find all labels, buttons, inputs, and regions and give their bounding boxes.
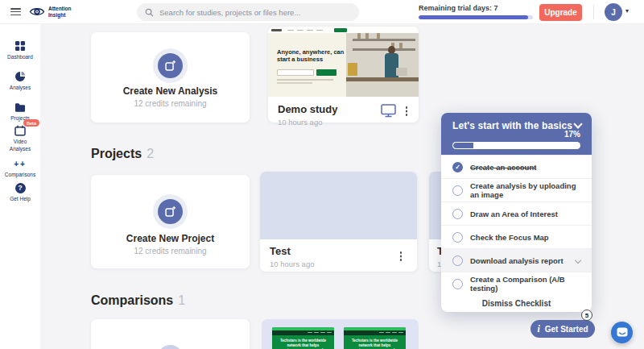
project-thumbnail-placeholder[interactable]: [260, 172, 417, 239]
global-search[interactable]: [137, 3, 359, 21]
desktop-device-icon[interactable]: [381, 104, 396, 118]
comparison-variant-b-thumb: Techstars is the worldwide network that …: [344, 327, 406, 349]
search-input[interactable]: [159, 8, 351, 17]
info-icon: i: [537, 323, 539, 335]
card-menu-button[interactable]: [401, 105, 412, 118]
sidebar-item-dashboard[interactable]: Dashboard: [0, 40, 40, 61]
logo-line2: Insight: [48, 12, 72, 19]
app-logo[interactable]: Attention Insight: [29, 6, 72, 19]
top-header: Attention Insight Remaining trial days: …: [0, 0, 644, 24]
sidebar-item-get-help[interactable]: ? Get Help: [0, 182, 40, 203]
create-analysis-title: Create New Analysis: [91, 85, 250, 97]
credits-remaining: 12 credits remaining: [91, 247, 250, 256]
demo-thumb-photo: [346, 32, 419, 97]
demo-study-card[interactable]: Anyone, anywhere, can start a business D…: [268, 27, 419, 123]
checklist-item-create-comparison[interactable]: Create a Comparison (A/B testing): [441, 272, 592, 295]
help-question-icon: ?: [15, 182, 26, 193]
checklist-item-focus-map[interactable]: Check the Focus Map: [441, 225, 592, 248]
checklist-header: Let's start with the basics 17%: [441, 113, 592, 155]
add-project-icon: [164, 206, 176, 218]
checklist-item-upload-image[interactable]: Create analysis by uploading an image: [441, 178, 592, 202]
trial-progress-track: [419, 15, 533, 19]
sidebar-item-analyses[interactable]: Analyses: [0, 71, 40, 92]
hamburger-menu-icon[interactable]: [10, 8, 21, 15]
dismiss-checklist-button[interactable]: Dismiss Checklist: [441, 295, 592, 311]
comparisons-heading: Comparisons1: [91, 293, 185, 308]
comparison-card[interactable]: Techstars is the worldwide network that …: [262, 319, 419, 349]
attention-insight-eye-icon: [29, 6, 45, 18]
checklist-progress-track: [452, 142, 580, 149]
demo-thumb-email-input: [277, 69, 314, 76]
checklist-item-download-report[interactable]: Download analysis report: [441, 248, 592, 272]
project-timestamp: 10 hours ago: [270, 260, 314, 268]
dashboard-icon: [14, 40, 26, 52]
expand-chevron-icon[interactable]: [575, 257, 581, 264]
left-sidebar: Dashboard Analyses Projects Beta Video A…: [0, 24, 40, 349]
comparison-variant-a-thumb: Techstars is the worldwide network that …: [272, 327, 334, 349]
add-screenshot-icon: [164, 60, 176, 72]
comparisons-icon: ++: [14, 158, 27, 169]
study-timestamp: 10 hours ago: [278, 118, 337, 127]
projects-count: 2: [147, 147, 154, 160]
logo-line1: Attention: [48, 6, 72, 12]
chat-messenger-button[interactable]: [611, 322, 633, 343]
create-project-button[interactable]: [158, 199, 183, 224]
demo-thumb-headline: Anyone, anywhere, can start a business: [277, 48, 351, 64]
checkbox-empty-icon[interactable]: [452, 232, 463, 243]
checklist-title: Let's start with the basics: [452, 120, 580, 131]
search-icon: [145, 8, 154, 17]
create-project-card[interactable]: Create New Project 12 credits remaining: [91, 175, 250, 268]
projects-heading: Projects2: [91, 147, 154, 161]
user-avatar[interactable]: J: [605, 3, 622, 21]
create-analysis-card[interactable]: Create New Analysis 12 credits remaining: [91, 32, 250, 123]
card-menu-button[interactable]: [395, 250, 407, 263]
demo-study-thumbnail[interactable]: Anyone, anywhere, can start a business: [268, 27, 419, 97]
sidebar-item-comparisons[interactable]: ++ Comparisons: [0, 158, 40, 179]
checklist-progress-label: 17%: [564, 130, 580, 139]
checkbox-empty-icon[interactable]: [452, 256, 463, 266]
comparisons-count: 1: [178, 293, 185, 307]
trial-status: Remaining trial days: 7: [419, 4, 533, 19]
notification-count-badge: 5: [581, 310, 592, 321]
checkbox-checked-icon[interactable]: ✓: [452, 162, 463, 172]
beta-badge: Beta: [23, 119, 39, 127]
upgrade-button[interactable]: Upgrade: [539, 4, 582, 21]
account-caret-down-icon[interactable]: ▾: [625, 7, 629, 15]
checklist-item-area-of-interest[interactable]: Draw an Area of Interest: [441, 202, 592, 225]
checklist-progress-fill: [452, 142, 474, 149]
sidebar-item-video-analyses[interactable]: Beta Video Analyses: [0, 125, 40, 153]
analyses-pie-icon: [14, 71, 26, 82]
trial-progress-fill: [419, 15, 528, 19]
study-title: Demo study: [278, 103, 337, 115]
demo-thumb-navbar: [268, 27, 419, 33]
get-started-button[interactable]: i Get Started: [530, 320, 595, 338]
video-analyses-icon: [14, 125, 26, 136]
checkbox-empty-icon[interactable]: [452, 185, 463, 196]
checkbox-empty-icon[interactable]: [452, 209, 463, 219]
demo-thumb-button: [316, 69, 336, 76]
checkbox-empty-icon[interactable]: [452, 279, 463, 289]
messenger-icon: [617, 327, 628, 338]
demo-thumb-cta: [334, 28, 347, 32]
create-comparison-card[interactable]: [91, 319, 250, 349]
create-comparison-button[interactable]: [158, 345, 183, 349]
project-card-test[interactable]: Test 10 hours ago: [260, 172, 417, 272]
projects-folder-icon: [14, 102, 26, 113]
header-divider: [593, 5, 594, 19]
checklist-item-create-account[interactable]: ✓ Create an account: [441, 155, 592, 178]
project-title: Test: [270, 245, 314, 257]
create-analysis-button[interactable]: [158, 53, 183, 78]
create-project-title: Create New Project: [91, 233, 250, 244]
credits-remaining: 12 credits remaining: [91, 99, 250, 108]
onboarding-checklist: Let's start with the basics 17% ✓ Create…: [441, 113, 592, 312]
trial-days-label: Remaining trial days: 7: [419, 4, 533, 12]
